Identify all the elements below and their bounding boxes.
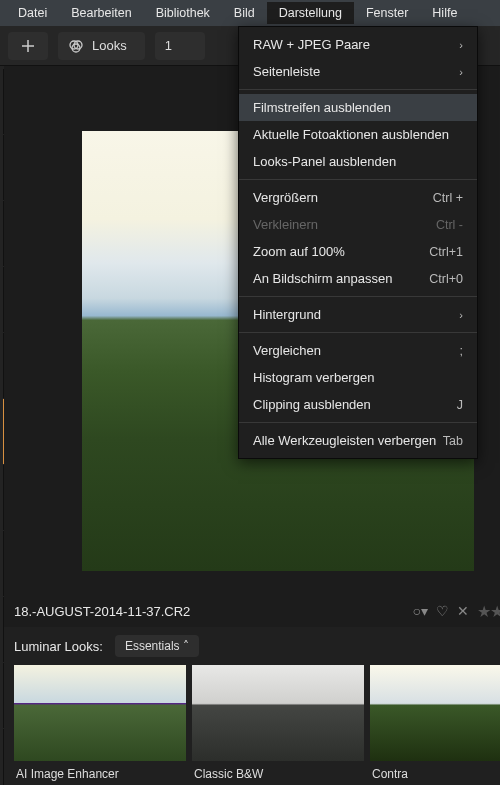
menu-bearbeiten[interactable]: Bearbeiten: [59, 2, 143, 24]
look-label: Contra: [370, 761, 500, 785]
looks-title: Luminar Looks:: [14, 639, 103, 654]
menu-bibliothek[interactable]: Bibliothek: [144, 2, 222, 24]
menu-item-shortcut: J: [457, 398, 463, 412]
reject-icon[interactable]: ✕: [457, 603, 469, 619]
chevron-right-icon: ›: [459, 66, 463, 78]
looks-category-dropdown[interactable]: Essentials ˄: [115, 635, 199, 657]
menu-item-label: An Bildschirm anpassen: [253, 271, 429, 286]
menu-item-label: Filmstreifen ausblenden: [253, 100, 463, 115]
darstellung-dropdown: RAW + JPEG Paare›Seitenleiste›Filmstreif…: [238, 26, 478, 459]
menu-item-label: Verkleinern: [253, 217, 436, 232]
menu-fenster[interactable]: Fenster: [354, 2, 420, 24]
menu-item-shortcut: Ctrl+0: [429, 272, 463, 286]
info-bar: 18.-AUGUST-2014-11-37.CR2 ○▾ ♡ ✕ ★★★★★: [4, 595, 500, 627]
menu-separator: [239, 296, 477, 297]
menu-item[interactable]: Alle Werkzeugleisten verbergenTab: [239, 427, 477, 454]
menu-item-label: Zoom auf 100%: [253, 244, 429, 259]
menu-item-label: Histogram verbergen: [253, 370, 463, 385]
menu-item[interactable]: Aktuelle Fotoaktionen ausblenden: [239, 121, 477, 148]
menu-separator: [239, 179, 477, 180]
filename-label: 18.-AUGUST-2014-11-37.CR2: [14, 604, 190, 619]
menu-item-label: Aktuelle Fotoaktionen ausblenden: [253, 127, 463, 142]
menu-item-shortcut: Ctrl -: [436, 218, 463, 232]
zoom-display[interactable]: 1: [155, 32, 205, 60]
menu-item[interactable]: RAW + JPEG Paare›: [239, 31, 477, 58]
add-button[interactable]: [8, 32, 48, 60]
menu-bild[interactable]: Bild: [222, 2, 267, 24]
looks-icon: [68, 38, 84, 54]
chevron-up-icon: ˄: [183, 639, 189, 653]
menu-item-label: Vergrößern: [253, 190, 433, 205]
menu-item: VerkleinernCtrl -: [239, 211, 477, 238]
menu-item-label: Clipping ausblenden: [253, 397, 457, 412]
look-label: Classic B&W: [192, 761, 364, 785]
menu-item-label: Alle Werkzeugleisten verbergen: [253, 433, 443, 448]
menu-item-label: Seitenleiste: [253, 64, 459, 79]
color-tag-icon[interactable]: ○▾: [413, 603, 428, 619]
menu-separator: [239, 332, 477, 333]
looks-panel: Luminar Looks: Essentials ˄ AI Image Enh…: [4, 627, 500, 785]
menu-item-label: Hintergrund: [253, 307, 459, 322]
look-thumb: [370, 665, 500, 761]
looks-label: Looks: [92, 38, 127, 53]
menu-item-shortcut: Ctrl +: [433, 191, 463, 205]
menu-item-label: Vergleichen: [253, 343, 460, 358]
menu-item[interactable]: Clipping ausblendenJ: [239, 391, 477, 418]
menubar: Datei Bearbeiten Bibliothek Bild Darstel…: [0, 0, 500, 26]
looks-category-label: Essentials: [125, 639, 180, 653]
look-thumb: [192, 665, 364, 761]
chevron-right-icon: ›: [459, 309, 463, 321]
menu-item[interactable]: VergrößernCtrl +: [239, 184, 477, 211]
plus-icon: [21, 39, 35, 53]
menu-item-label: Looks-Panel ausblenden: [253, 154, 463, 169]
look-label: AI Image Enhancer: [14, 761, 186, 785]
menu-separator: [239, 422, 477, 423]
menu-item[interactable]: Looks-Panel ausblenden: [239, 148, 477, 175]
look-item[interactable]: Contra: [370, 665, 500, 785]
looks-row: AI Image Enhancer Classic B&W Contra: [14, 665, 500, 785]
menu-item[interactable]: Histogram verbergen: [239, 364, 477, 391]
menu-item[interactable]: Hintergrund›: [239, 301, 477, 328]
look-item[interactable]: AI Image Enhancer: [14, 665, 186, 785]
rating-stars[interactable]: ★★★★★: [477, 602, 500, 621]
look-thumb: [14, 665, 186, 761]
menu-item-shortcut: ;: [460, 344, 463, 358]
menu-item[interactable]: Vergleichen;: [239, 337, 477, 364]
menu-hilfe[interactable]: Hilfe: [420, 2, 469, 24]
menu-item[interactable]: Filmstreifen ausblenden: [239, 94, 477, 121]
menu-item[interactable]: An Bildschirm anpassenCtrl+0: [239, 265, 477, 292]
menu-separator: [239, 89, 477, 90]
menu-item[interactable]: Seitenleiste›: [239, 58, 477, 85]
menu-darstellung[interactable]: Darstellung: [267, 2, 354, 24]
looks-header: Luminar Looks: Essentials ˄: [14, 635, 500, 657]
looks-button[interactable]: Looks: [58, 32, 145, 60]
menu-item[interactable]: Zoom auf 100%Ctrl+1: [239, 238, 477, 265]
menu-item-shortcut: Tab: [443, 434, 463, 448]
look-item[interactable]: Classic B&W: [192, 665, 364, 785]
menu-item-label: RAW + JPEG Paare: [253, 37, 459, 52]
chevron-right-icon: ›: [459, 39, 463, 51]
menu-item-shortcut: Ctrl+1: [429, 245, 463, 259]
favorite-icon[interactable]: ♡: [436, 603, 449, 619]
menu-datei[interactable]: Datei: [6, 2, 59, 24]
zoom-value: 1: [165, 38, 172, 53]
